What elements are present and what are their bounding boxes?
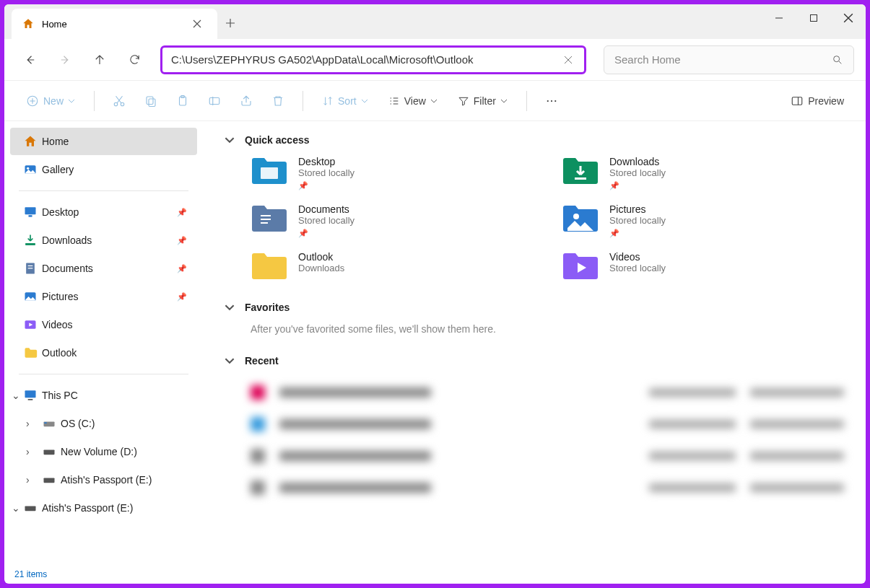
folder-downloads-icon [562,156,599,186]
delete-button[interactable] [265,88,291,114]
svg-rect-17 [29,215,32,217]
section-favorites[interactable]: Favorites [225,302,844,313]
svg-rect-30 [25,506,36,512]
rename-button[interactable] [201,88,227,114]
recent-item[interactable] [251,377,844,408]
qa-item-documents[interactable]: DocumentsStored locally📌 [251,203,533,238]
chevron-down-icon [225,135,235,145]
chevron-down-icon: ⌄ [12,390,20,401]
close-window-button[interactable] [831,4,866,32]
sidebar-item-outlook[interactable]: Outlook [10,339,197,367]
pin-icon: 📌 [298,181,354,190]
sidebar-item-drive-c[interactable]: › OS (C:) [10,410,197,437]
titlebar: Home [4,4,866,39]
preview-pane-icon [791,95,804,107]
search-input[interactable] [614,53,832,66]
address-bar[interactable] [160,45,586,74]
cut-button[interactable] [106,88,132,114]
close-icon [564,56,573,64]
svg-rect-28 [44,450,55,455]
svg-rect-16 [25,207,36,214]
home-icon [23,134,38,149]
sidebar-item-thispc[interactable]: ⌄ This PC [10,382,197,409]
chevron-right-icon: › [26,418,30,429]
recent-item[interactable] [251,472,844,504]
folder-icon [23,346,38,360]
minimize-button[interactable] [762,4,796,32]
forward-button[interactable] [51,45,79,74]
minimize-icon [775,14,783,22]
svg-rect-34 [261,219,271,220]
paste-button[interactable] [170,88,196,114]
back-button[interactable] [16,45,45,74]
address-input[interactable] [171,53,561,66]
qa-item-pictures[interactable]: PicturesStored locally📌 [562,203,844,238]
tab-close-button[interactable] [187,14,207,34]
content-area[interactable]: Quick access DesktopStored locally📌 Down… [203,121,866,568]
copy-button[interactable] [138,88,164,114]
new-tab-button[interactable] [217,10,243,36]
sidebar-item-videos[interactable]: Videos [10,311,197,338]
close-icon [193,19,201,28]
maximize-button[interactable] [796,4,831,32]
svg-point-11 [551,100,552,101]
folder-pictures-icon [562,203,599,234]
chevron-right-icon: › [26,474,30,486]
recent-item[interactable] [251,408,844,440]
arrow-right-icon [58,53,71,66]
up-button[interactable] [85,45,114,74]
new-button[interactable]: New [19,88,82,114]
address-clear-button[interactable] [561,53,575,67]
preview-button[interactable]: Preview [783,88,851,114]
arrow-left-icon [24,53,37,66]
sidebar-item-gallery[interactable]: Gallery [10,156,197,183]
qa-item-outlook[interactable]: OutlookDownloads [251,251,533,281]
tab-home[interactable]: Home [12,9,217,39]
paste-icon [176,95,189,107]
copy-icon [144,95,157,107]
drive-icon [42,444,56,459]
qa-item-videos[interactable]: VideosStored locally [562,251,844,281]
sidebar-item-home[interactable]: Home [10,128,197,155]
search-box[interactable] [604,45,854,74]
refresh-button[interactable] [120,45,149,74]
svg-rect-13 [792,97,802,105]
sidebar-item-documents[interactable]: Documents📌 [10,255,197,282]
drive-icon [42,416,56,431]
view-button[interactable]: View [381,88,445,114]
sidebar-item-drive-e2[interactable]: ⌄ Atish's Passport (E:) [10,494,197,522]
recent-item[interactable] [251,440,844,472]
chevron-down-icon [430,97,438,105]
navigation-pane[interactable]: Home Gallery Desktop📌 Downloads📌 Documen… [4,121,203,568]
sidebar-item-pictures[interactable]: Pictures📌 [10,283,197,310]
folder-desktop-icon [251,156,288,186]
qa-item-downloads[interactable]: DownloadsStored locally📌 [562,156,844,190]
status-bar: 21 items [4,568,866,584]
search-icon [832,54,843,66]
svg-rect-24 [25,390,36,398]
svg-rect-20 [28,266,33,266]
svg-rect-21 [28,268,33,268]
pin-icon: 📌 [177,208,187,217]
gallery-icon [23,162,38,177]
filter-button[interactable]: Filter [451,88,515,114]
share-button[interactable] [233,88,259,114]
svg-point-15 [27,167,29,170]
downloads-icon [23,233,38,247]
sidebar-item-downloads[interactable]: Downloads📌 [10,227,197,254]
svg-rect-9 [209,97,219,104]
qa-item-desktop[interactable]: DesktopStored locally📌 [251,156,533,190]
sidebar-item-drive-e1[interactable]: › Atish's Passport (E:) [10,466,197,493]
sidebar-item-drive-d[interactable]: › New Volume (D:) [10,438,197,465]
sidebar-item-desktop[interactable]: Desktop📌 [10,198,197,226]
svg-rect-5 [147,97,153,105]
more-button[interactable] [539,88,565,114]
item-count: 21 items [14,569,47,579]
pin-icon: 📌 [177,264,187,273]
svg-rect-33 [261,215,271,216]
section-recent[interactable]: Recent [225,355,844,367]
svg-point-1 [834,56,840,61]
section-quick-access[interactable]: Quick access [225,134,844,146]
pc-icon [23,388,38,403]
sort-button[interactable]: Sort [315,88,375,114]
